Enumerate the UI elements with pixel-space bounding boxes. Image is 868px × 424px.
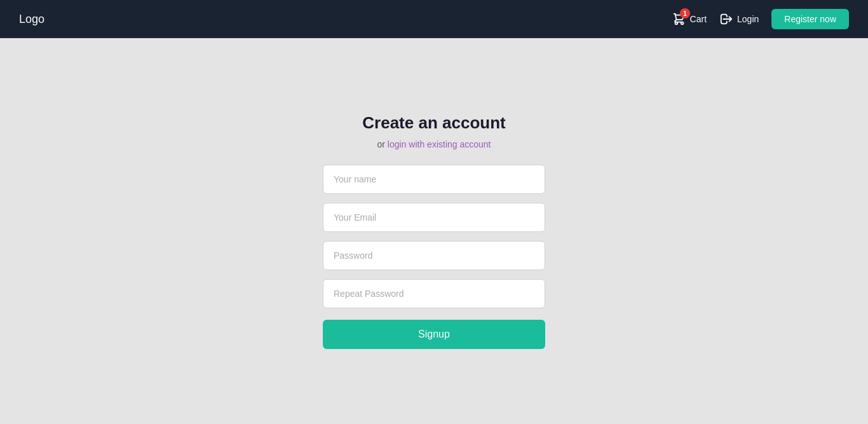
logo: Logo xyxy=(19,13,44,26)
register-now-button[interactable]: Register now xyxy=(771,9,849,29)
email-input[interactable] xyxy=(323,203,545,232)
login-button[interactable]: Login xyxy=(719,12,759,26)
login-label: Login xyxy=(737,14,759,24)
cart-badge: 1 xyxy=(680,8,690,18)
password-input[interactable] xyxy=(323,241,545,270)
navbar-right: 1 Cart Login Register now xyxy=(672,9,849,29)
cart-button[interactable]: 1 Cart xyxy=(672,12,707,26)
subtitle-text: or xyxy=(377,139,388,149)
subtitle: or login with existing account xyxy=(377,139,491,149)
login-link[interactable]: login with existing account xyxy=(388,139,491,149)
page-title: Create an account xyxy=(362,113,505,133)
login-icon xyxy=(719,12,733,26)
name-input[interactable] xyxy=(323,165,545,194)
repeat-password-input[interactable] xyxy=(323,279,545,308)
cart-label: Cart xyxy=(690,14,707,24)
navbar: Logo 1 Cart Login Register now xyxy=(0,0,868,38)
signup-button[interactable]: Signup xyxy=(323,320,545,349)
registration-form-container: Create an account or login with existing… xyxy=(320,113,548,349)
main-content: Create an account or login with existing… xyxy=(0,38,868,424)
